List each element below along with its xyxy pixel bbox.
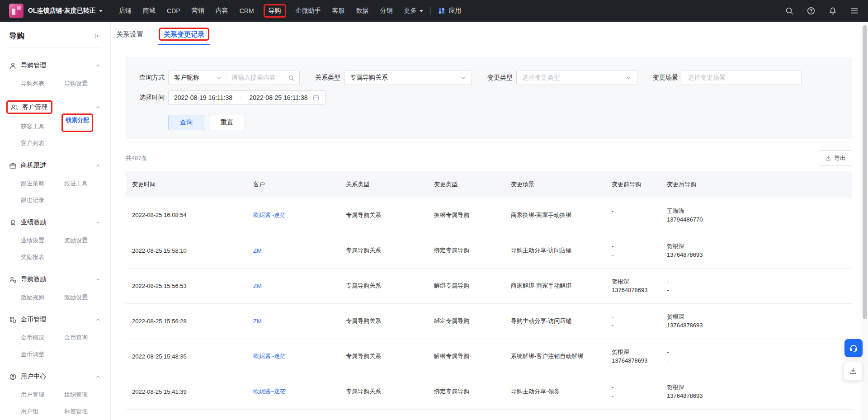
chevron-down-icon [460,75,466,81]
sidebar-item[interactable]: 激励设置 [64,293,88,302]
nav-item[interactable]: 店铺 [119,7,132,15]
cell-relation-type: 专属导购关系 [340,198,428,233]
cell-change-scene: 导购主动分享-访问店铺 [505,303,605,339]
sidebar-section-header[interactable]: 用户中心 [9,373,101,381]
chevron-up-icon[interactable] [95,276,101,283]
store-logo[interactable] [9,4,24,18]
sidebar-item[interactable]: 奖励设置 [64,236,88,245]
column-header: 变更类型 [428,171,505,198]
change-log-table: 变更时间客户关系类型变更类型变更场景变更前导购变更后导购 2022-08-25 … [126,171,852,420]
relation-type-label: 关系类型 [315,74,340,82]
support-button[interactable] [844,339,863,357]
sidebar-item[interactable]: 获客工具 [21,122,44,131]
cell-guide-after: 王喵喵13794486770 [660,198,852,233]
cell-change-time: 2022-08-25 15:56:28 [126,303,247,339]
chevron-up-icon[interactable] [95,219,101,226]
chevron-up-icon[interactable] [95,373,101,380]
scrollbar-track[interactable] [861,22,868,420]
query-button[interactable]: 查询 [168,115,204,130]
nav-item[interactable]: 导购 [264,4,286,18]
store-switcher[interactable]: OL连锁店铺-灰度已转正 [28,7,103,15]
sidebar-item[interactable]: 跟进策略 [21,179,44,188]
customer-link[interactable]: ZM [253,283,262,289]
nav-item[interactable]: 内容 [216,7,228,15]
guide-person-icon [9,62,17,70]
menu-icon[interactable] [850,6,859,15]
relation-type-select[interactable]: 专属导购关系 [344,71,472,85]
sidebar-item[interactable]: 奖励报表 [21,253,44,262]
sidebar-section-header[interactable]: 业绩激励 [9,218,101,227]
cell-change-scene [505,409,605,420]
export-button[interactable]: 导出 [819,150,852,166]
briefcase-icon [9,162,17,170]
sidebar-item[interactable]: 激励规则 [21,293,44,302]
tab-relation-change-log[interactable]: 关系变更记录 [158,30,210,45]
cell-customer: 欧妮酱~迷茫 [247,339,340,374]
download-button[interactable] [844,362,863,381]
tabbar: 关系设置 关系变更记录 [111,22,868,45]
nav-item[interactable]: 更多 [404,7,423,15]
change-scene-input[interactable]: 选择变更场景 [682,71,802,85]
change-type-select[interactable]: 选择变更类型 [516,71,637,85]
sidebar-item[interactable]: 金币概况 [21,333,44,342]
tab-relation-settings[interactable]: 关系设置 [115,30,144,45]
sidebar-section-label: 导购管理 [21,61,46,70]
time-range-picker[interactable]: 2022-08-19 16:11:38 - 2022-08-25 16:11:3… [168,90,326,105]
nav-item[interactable]: 分销 [380,7,393,15]
person-gear-icon [9,276,17,283]
customer-link[interactable]: ZM [253,247,262,254]
sidebar-section-header[interactable]: 商机跟进 [9,161,101,170]
reset-button[interactable]: 重置 [209,115,245,130]
cell-customer: ZM [247,303,340,339]
apps-button[interactable]: 应用 [438,7,462,15]
customer-link[interactable]: ZM [253,318,262,325]
search-icon[interactable] [288,75,295,81]
cell-change-time [126,409,247,420]
sidebar-item[interactable]: 跟进工具 [64,179,88,188]
sidebar-section-header[interactable]: 客户管理 [9,102,101,113]
customer-link[interactable]: 欧妮酱~迷茫 [253,353,286,359]
time-start: 2022-08-19 16:11:38 [174,94,232,101]
cell-change-scene: 导购主动分享-领券 [505,374,605,409]
sidebar-section-header[interactable]: 金币管理 [9,316,101,324]
search-input[interactable]: 请输入搜索内容 [227,71,299,85]
sidebar-item[interactable]: 金币调整 [21,350,44,359]
sidebar-item[interactable]: 导购设置 [64,79,88,88]
sidebar-item[interactable]: 用户组 [21,407,38,416]
nav-item[interactable]: 商城 [143,7,156,15]
cell-guide-before: 贺根深13764878693 [605,268,660,303]
nav-item[interactable]: 营销 [192,7,204,15]
cell-guide-before: -- [605,233,660,268]
collapse-sidebar-icon[interactable] [94,32,101,40]
sidebar-section-label: 业绩激励 [21,218,46,227]
sidebar-item[interactable]: 导购列表 [21,79,44,88]
sidebar-item[interactable]: 标签管理 [64,407,88,416]
sidebar-item[interactable]: 线索分配 [61,113,93,132]
sidebar-section-header[interactable]: 导购激励 [9,275,101,283]
sidebar-item[interactable]: 用户管理 [21,390,44,399]
column-header: 客户 [247,171,340,198]
sidebar-section-header[interactable]: 导购管理 [9,61,101,70]
sidebar-item[interactable]: 客户列表 [21,139,44,148]
nav-item[interactable]: 数据 [356,7,369,15]
bell-icon[interactable] [828,6,837,15]
sidebar-item[interactable]: 组织管理 [64,390,88,399]
customer-link[interactable]: 欧妮酱~迷茫 [253,212,286,218]
chevron-up-icon[interactable] [95,62,101,69]
chevron-up-icon[interactable] [95,316,101,323]
sidebar-item[interactable]: 业绩设置 [21,236,44,245]
nav-item[interactable]: 客服 [332,7,345,15]
chevron-up-icon[interactable] [95,162,101,169]
nav-item[interactable]: CRM [240,7,254,14]
chevron-up-icon[interactable] [95,104,101,110]
nav-item[interactable]: 企微助手 [296,7,321,15]
help-icon[interactable] [807,6,816,15]
sidebar-item[interactable]: 金币查询 [64,333,88,342]
scrollbar-thumb[interactable] [863,25,867,319]
nav-item[interactable]: CDP [167,7,180,14]
cell-guide-after: 贺根深13764878693 [660,374,852,409]
sidebar-item[interactable]: 跟进记录 [21,196,44,205]
search-mode-select[interactable]: 客户昵称 [169,71,226,85]
search-icon[interactable] [785,6,794,15]
customer-link[interactable]: 欧妮酱~迷茫 [253,388,286,395]
